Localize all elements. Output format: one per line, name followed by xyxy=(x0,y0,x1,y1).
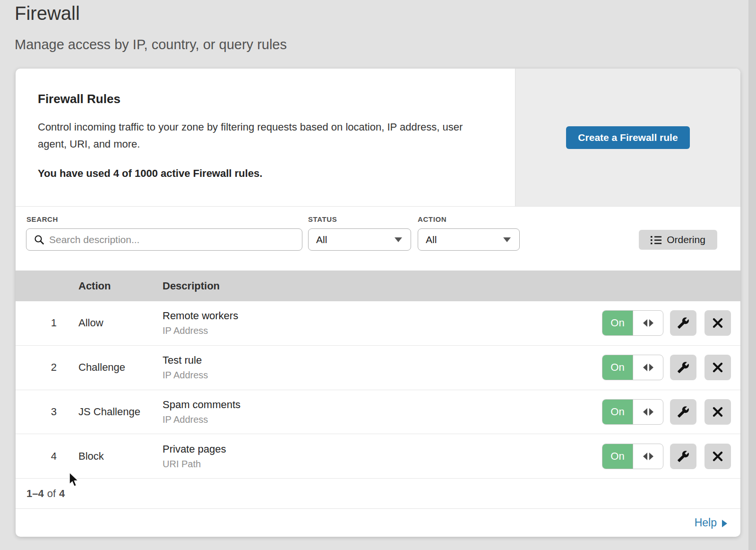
ordering-button[interactable]: Ordering xyxy=(639,230,717,250)
status-label: STATUS xyxy=(308,215,337,223)
table-row: 1 Allow Remote workers IP Address On xyxy=(16,301,740,346)
rule-match-field: URI Path xyxy=(163,459,602,470)
edit-rule-button[interactable] xyxy=(670,444,696,469)
rule-description-cell: Remote workers IP Address xyxy=(163,310,602,336)
create-rule-panel: Create a Firewall rule xyxy=(515,69,740,206)
delete-rule-button[interactable] xyxy=(704,444,731,469)
status-select[interactable]: All xyxy=(308,228,411,251)
drag-handle-icon[interactable] xyxy=(633,400,663,424)
pagination-of: of xyxy=(47,488,56,500)
right-arrow-icon xyxy=(722,520,727,527)
search-field-wrapper xyxy=(26,228,302,251)
help-link-label: Help xyxy=(695,516,717,529)
delete-rule-button[interactable] xyxy=(704,310,731,336)
rule-action: JS Challenge xyxy=(78,406,163,418)
rule-match-field: IP Address xyxy=(163,370,602,381)
overview-text-panel: Firewall Rules Control incoming traffic … xyxy=(16,69,515,206)
column-header-description: Description xyxy=(163,280,220,292)
delete-rule-button[interactable] xyxy=(704,355,731,380)
chevron-down-icon xyxy=(395,237,402,242)
edit-rule-button[interactable] xyxy=(670,310,696,336)
table-row: 2 Challenge Test rule IP Address On xyxy=(16,346,740,390)
rule-description: Spam comments xyxy=(163,399,602,411)
status-selected-value: All xyxy=(316,234,327,245)
wrench-icon xyxy=(677,450,689,463)
help-link[interactable]: Help xyxy=(695,516,727,529)
card-footer: Help xyxy=(16,508,740,537)
rule-toggle[interactable]: On xyxy=(602,399,663,425)
mouse-cursor xyxy=(69,472,81,488)
ordered-list-icon xyxy=(651,236,662,244)
filter-bar: SEARCH STATUS All ACTION All xyxy=(16,207,740,271)
search-icon xyxy=(34,235,44,245)
close-icon xyxy=(712,317,723,329)
page-title: Firewall xyxy=(15,3,80,24)
card-heading: Firewall Rules xyxy=(38,92,496,106)
rule-action: Block xyxy=(78,450,163,463)
rule-description: Test rule xyxy=(163,354,602,367)
search-label: SEARCH xyxy=(26,215,58,223)
drag-handle-icon[interactable] xyxy=(633,355,663,380)
search-input[interactable] xyxy=(26,228,302,251)
usage-summary: You have used 4 of 1000 active Firewall … xyxy=(38,167,496,180)
pagination-range: 1–4 xyxy=(26,488,44,500)
rule-description-cell: Spam comments IP Address xyxy=(163,399,602,425)
rule-description-cell: Test rule IP Address xyxy=(163,354,602,381)
rule-match-field: IP Address xyxy=(163,414,602,425)
rule-priority: 3 xyxy=(16,406,57,418)
rule-priority: 1 xyxy=(16,317,57,329)
wrench-icon xyxy=(677,406,689,418)
table-row: 3 JS Challenge Spam comments IP Address … xyxy=(16,390,740,435)
rule-action: Allow xyxy=(78,317,163,329)
rule-priority: 4 xyxy=(16,450,57,463)
action-select[interactable]: All xyxy=(418,228,520,251)
rule-action: Challenge xyxy=(78,361,163,374)
create-firewall-rule-button[interactable]: Create a Firewall rule xyxy=(566,126,689,149)
rule-controls: On xyxy=(602,310,731,336)
chevron-down-icon xyxy=(503,237,511,242)
rule-controls: On xyxy=(602,444,731,469)
action-label: ACTION xyxy=(418,215,447,223)
overview-section: Firewall Rules Control incoming traffic … xyxy=(16,69,740,207)
drag-handle-icon[interactable] xyxy=(633,311,663,335)
page-subtitle: Manage access by IP, country, or query r… xyxy=(15,37,287,52)
table-row: 4 Block Private pages URI Path On xyxy=(16,434,740,479)
table-header: Action Description xyxy=(16,271,740,301)
delete-rule-button[interactable] xyxy=(704,399,731,425)
action-selected-value: All xyxy=(426,234,437,245)
pagination: 1–4 of 4 xyxy=(16,479,740,508)
wrench-icon xyxy=(677,317,689,329)
rule-toggle[interactable]: On xyxy=(602,444,663,469)
rule-description: Private pages xyxy=(163,443,602,455)
screen-right-edge xyxy=(748,0,756,550)
rule-toggle[interactable]: On xyxy=(602,310,663,336)
column-header-action: Action xyxy=(78,280,163,292)
card-description: Control incoming traffic to your zone by… xyxy=(38,119,491,152)
rule-controls: On xyxy=(602,355,731,380)
toggle-on-label: On xyxy=(602,311,633,335)
wrench-icon xyxy=(677,361,689,374)
rule-priority: 2 xyxy=(16,361,57,374)
toggle-on-label: On xyxy=(602,444,633,469)
rule-controls: On xyxy=(602,399,731,425)
drag-handle-icon[interactable] xyxy=(633,444,663,469)
rule-description-cell: Private pages URI Path xyxy=(163,443,602,470)
close-icon xyxy=(712,451,723,462)
close-icon xyxy=(712,362,723,373)
firewall-rules-card: Firewall Rules Control incoming traffic … xyxy=(16,69,740,537)
edit-rule-button[interactable] xyxy=(670,355,696,380)
toggle-on-label: On xyxy=(602,355,633,380)
rule-description: Remote workers xyxy=(163,310,602,322)
edit-rule-button[interactable] xyxy=(670,399,696,425)
pagination-total: 4 xyxy=(59,488,65,500)
close-icon xyxy=(712,406,723,418)
rule-match-field: IP Address xyxy=(163,325,602,336)
ordering-button-label: Ordering xyxy=(667,234,705,245)
rule-toggle[interactable]: On xyxy=(602,355,663,380)
toggle-on-label: On xyxy=(602,400,633,424)
